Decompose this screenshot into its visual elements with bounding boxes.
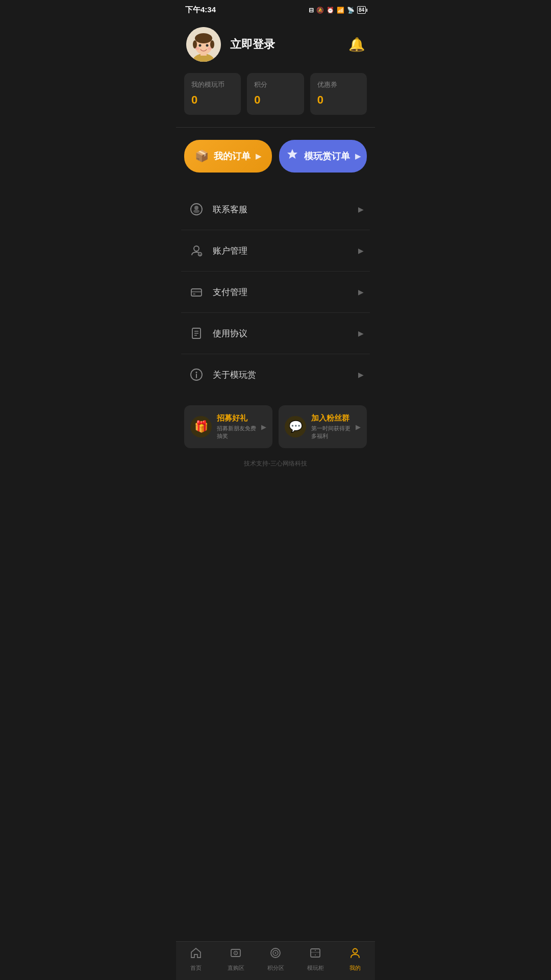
menu-item-about[interactable]: 关于模玩赏 ▶ (181, 354, 370, 395)
fansgroup-title: 加入粉丝群 (311, 413, 350, 423)
reward-order-button[interactable]: 模玩赏订单 ▶ (279, 140, 367, 173)
account-manage-chevron: ▶ (358, 247, 364, 255)
contact-service-label: 联系客服 (213, 204, 358, 215)
my-order-button[interactable]: 📦 我的订单 ▶ (184, 140, 272, 173)
stat-label-coins: 我的模玩币 (191, 80, 234, 89)
reward-order-arrow: ▶ (355, 152, 361, 160)
promo-card-fansgroup[interactable]: 💬 加入粉丝群 第一时间获得更多福利 ▶ (279, 405, 367, 448)
contact-service-icon (187, 200, 206, 218)
stat-value-coupons: 0 (317, 93, 360, 107)
bell-icon[interactable]: 🔔 (348, 37, 365, 53)
status-icons: ⊟ 🔕 ⏰ 📶 📡 84 (309, 6, 366, 14)
fansgroup-subtitle: 第一时间获得更多福利 (311, 425, 350, 440)
contact-service-chevron: ▶ (358, 205, 364, 213)
menu-item-contact-service[interactable]: 联系客服 ▶ (181, 189, 370, 230)
menu-item-terms[interactable]: 使用协议 ▶ (181, 313, 370, 354)
svg-point-6 (210, 40, 214, 48)
payment-manage-icon (187, 283, 206, 301)
stat-card-points[interactable]: 积分 0 (247, 73, 304, 115)
about-icon (187, 365, 206, 384)
promo-row: 🎁 招募好礼 招募新朋友免费抽奖 ▶ 💬 加入粉丝群 第一时间获得更多福利 ▶ (176, 395, 375, 452)
svg-point-8 (206, 44, 209, 47)
recruit-arrow: ▶ (261, 423, 266, 431)
payment-manage-label: 支付管理 (213, 286, 358, 298)
battery-indicator: 84 (357, 6, 366, 14)
svg-point-4 (195, 33, 212, 43)
recruit-subtitle: 招募新朋友免费抽奖 (217, 425, 256, 440)
svg-point-14 (194, 206, 198, 210)
recruit-icon: 🎁 (190, 416, 212, 437)
fansgroup-arrow: ▶ (356, 423, 361, 431)
payment-manage-chevron: ▶ (358, 288, 364, 296)
about-label: 关于模玩赏 (213, 369, 358, 381)
account-manage-label: 账户管理 (213, 245, 358, 257)
tech-support: 技术支持-三心网络科技 (176, 452, 375, 509)
stat-card-coins[interactable]: 我的模玩币 0 (184, 73, 241, 115)
terms-chevron: ▶ (358, 329, 364, 337)
divider (176, 127, 375, 128)
about-chevron: ▶ (358, 371, 364, 379)
profile-header: 立即登录 🔔 (176, 18, 375, 73)
order-icon: 📦 (195, 150, 209, 163)
menu-item-account-manage[interactable]: ⚙ 账户管理 ▶ (181, 230, 370, 272)
recruit-title: 招募好礼 (217, 413, 256, 423)
promo-card-recruit[interactable]: 🎁 招募好礼 招募新朋友免费抽奖 ▶ (184, 405, 272, 448)
signal-icon: 📶 (337, 7, 344, 14)
stat-label-coupons: 优惠券 (317, 80, 360, 89)
svg-point-10 (208, 47, 212, 50)
stat-value-coins: 0 (191, 93, 234, 107)
screen-icon: ⊟ (309, 7, 314, 14)
menu-item-payment-manage[interactable]: 支付管理 ▶ (181, 272, 370, 313)
fansgroup-content: 加入粉丝群 第一时间获得更多福利 (311, 413, 350, 440)
stat-value-points: 0 (254, 93, 296, 107)
wifi-icon: 📡 (347, 7, 355, 14)
mute-icon: 🔕 (316, 7, 324, 14)
reward-order-label: 模玩赏订单 (304, 150, 350, 162)
stat-label-points: 积分 (254, 80, 296, 89)
menu-list: 联系客服 ▶ ⚙ 账户管理 ▶ 支付管理 ▶ (176, 189, 375, 395)
account-manage-icon: ⚙ (187, 241, 206, 260)
terms-label: 使用协议 (213, 328, 358, 339)
svg-marker-11 (287, 149, 297, 159)
order-buttons: 📦 我的订单 ▶ 模玩赏订单 ▶ (176, 140, 375, 189)
stat-card-coupons[interactable]: 优惠券 0 (310, 73, 367, 115)
fansgroup-icon: 💬 (285, 416, 306, 437)
svg-point-28 (196, 372, 197, 373)
avatar[interactable] (186, 27, 221, 62)
my-order-arrow: ▶ (256, 152, 261, 160)
svg-rect-21 (193, 293, 195, 295)
svg-point-7 (199, 44, 202, 47)
svg-point-13 (193, 210, 199, 213)
alarm-icon: ⏰ (327, 7, 334, 14)
login-label[interactable]: 立即登录 (230, 37, 348, 52)
stats-row: 我的模玩币 0 积分 0 优惠券 0 (176, 73, 375, 127)
status-bar: 下午4:34 ⊟ 🔕 ⏰ 📶 📡 84 (176, 0, 375, 18)
terms-icon (187, 324, 206, 342)
svg-point-5 (193, 40, 197, 48)
my-order-label: 我的订单 (214, 150, 251, 162)
svg-point-9 (195, 47, 199, 50)
svg-rect-20 (191, 291, 202, 292)
recruit-content: 招募好礼 招募新朋友免费抽奖 (217, 413, 256, 440)
status-time: 下午4:34 (185, 5, 216, 15)
reward-icon (286, 148, 299, 164)
svg-point-15 (194, 246, 199, 251)
